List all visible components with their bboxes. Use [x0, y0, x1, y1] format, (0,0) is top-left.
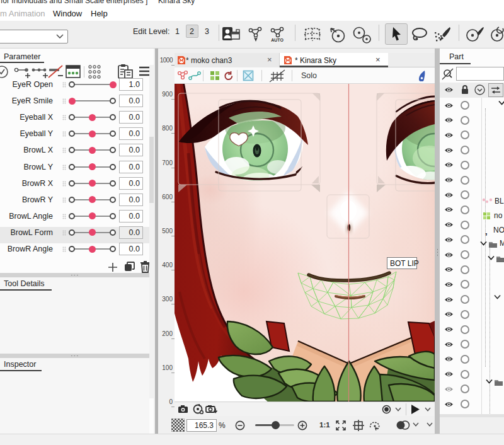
svg-text:AUTO: AUTO	[271, 38, 284, 42]
